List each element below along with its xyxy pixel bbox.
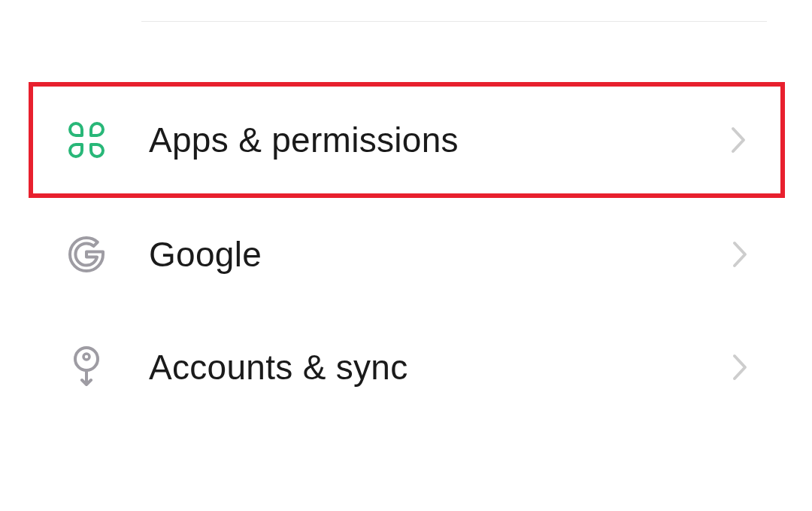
settings-item-label: Google <box>149 234 728 275</box>
chevron-right-icon <box>728 348 752 387</box>
settings-item-apps-permissions[interactable]: Apps & permissions <box>33 87 780 193</box>
chevron-right-icon <box>728 235 752 274</box>
settings-item-accounts-sync[interactable]: Accounts & sync <box>0 311 812 424</box>
svg-point-1 <box>83 354 89 360</box>
settings-item-google[interactable]: Google <box>0 198 812 311</box>
settings-item-label: Apps & permissions <box>149 120 726 160</box>
highlight-box: Apps & permissions <box>29 82 785 198</box>
settings-item-label: Accounts & sync <box>149 347 728 388</box>
key-icon <box>66 347 107 388</box>
apps-grid-icon <box>66 120 107 160</box>
google-icon <box>66 234 107 275</box>
section-spacer <box>0 22 812 82</box>
chevron-right-icon <box>726 120 750 160</box>
